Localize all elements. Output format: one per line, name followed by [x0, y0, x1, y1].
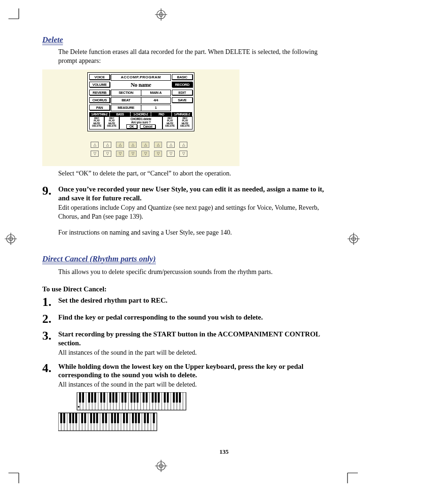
- svg-rect-61: [152, 392, 154, 403]
- panel-down-button: ▽: [167, 151, 175, 157]
- page-number: 135: [0, 448, 448, 456]
- lcd-left-chorus: CHORUS: [89, 97, 110, 103]
- svg-rect-114: [111, 413, 113, 423]
- section-title-direct-cancel: Direct Cancel (Rhythm parts only): [42, 254, 156, 264]
- lcd-section-label: SECTION: [111, 90, 141, 96]
- step-number: 4.: [42, 362, 58, 389]
- svg-rect-116: [117, 413, 119, 423]
- svg-rect-55: [124, 392, 126, 403]
- keyboard-svg: [58, 392, 190, 437]
- lcd-measure-label: MEASURE: [111, 105, 141, 111]
- lcd-title: ACCOMP.PROGRAM: [111, 74, 171, 81]
- lcd-bottom-row: RECPLAYMUTEDELETE RECPLAYMUTEDELETE CHOR…: [89, 116, 193, 129]
- lcd-right-record: RECORD: [172, 82, 193, 87]
- step-9-para1: Edit operations include Copy and Quantiz…: [58, 204, 324, 221]
- panel-up-button: △: [129, 142, 137, 148]
- svg-rect-67: [176, 392, 178, 403]
- panel-down-button: ▽: [179, 151, 187, 157]
- direct-cancel-subhead: To use Direct Cancel:: [42, 285, 324, 293]
- lcd-left-voice: VOICE: [89, 74, 110, 80]
- panel-up-button: △: [179, 142, 187, 148]
- svg-rect-122: [144, 413, 146, 423]
- svg-rect-117: [123, 413, 125, 423]
- step-9-bold: Once you’ve recorded your new User Style…: [58, 185, 324, 203]
- dc-step-4: 4. While holding down the lowest key on …: [42, 362, 324, 389]
- direct-cancel-intro: This allows you to delete specific drum/…: [58, 268, 324, 277]
- svg-rect-59: [143, 392, 145, 403]
- svg-rect-57: [133, 392, 135, 403]
- svg-rect-51: [109, 392, 111, 403]
- svg-rect-115: [114, 413, 116, 423]
- lcd-part-col: RECPLAYMUTEDELETE: [89, 116, 104, 129]
- svg-rect-109: [90, 413, 92, 423]
- svg-rect-120: [135, 413, 137, 423]
- svg-rect-47: [91, 392, 93, 403]
- svg-rect-119: [132, 413, 134, 423]
- lcd-part-col: RECPLAYMUTEDELETE: [104, 116, 119, 129]
- lcd-right-edit: EDIT: [172, 90, 193, 95]
- lcd-screen: VOICE ACCOMP.PROGRAM BASIC VOLUME No nam…: [87, 72, 194, 131]
- svg-rect-49: [100, 392, 102, 403]
- dc-step-3-reg: All instances of the sound in the part w…: [58, 349, 324, 358]
- lcd-prompt-line2: Are you sure ?: [120, 121, 162, 124]
- svg-rect-121: [138, 413, 140, 423]
- svg-rect-105: [72, 413, 74, 423]
- step-number: 3.: [42, 330, 58, 357]
- svg-point-125: [78, 406, 80, 408]
- svg-rect-118: [126, 413, 128, 423]
- svg-rect-108: [84, 413, 86, 423]
- lcd-measure-value: 1: [141, 105, 171, 111]
- dc-step-4-bold: While holding down the lowest key on the…: [58, 362, 324, 380]
- lcd-tab: PAD: [151, 112, 172, 116]
- svg-rect-124: [153, 413, 155, 423]
- panel-down-button: ▽: [141, 151, 149, 157]
- delete-caption: Select “OK” to delete the part, or “Canc…: [58, 170, 324, 177]
- keyboard-figure: [58, 392, 324, 439]
- lcd-prompt: CHORD1 delete Are you sure ? OK Cancel: [119, 116, 162, 129]
- svg-rect-123: [147, 413, 149, 423]
- panel-down-button: ▽: [91, 151, 99, 157]
- svg-rect-53: [116, 392, 117, 403]
- step-number: 1.: [42, 296, 58, 308]
- panel-up-button: △: [141, 142, 149, 148]
- panel-up-button: △: [91, 142, 99, 148]
- lcd-right-basic: BASIC: [172, 74, 193, 80]
- panel-down-button: ▽: [154, 151, 162, 157]
- physical-buttons: △ △ △ △ △ △ △ △ ▽ ▽ ▽ ▽ ▽ ▽ ▽ ▽: [91, 142, 191, 157]
- delete-intro: The Delete function erases all data reco…: [58, 48, 324, 66]
- lcd-part-col: RECPLAYMUTEDELETE: [178, 116, 193, 129]
- step-number: 9.: [42, 185, 58, 237]
- svg-rect-113: [105, 413, 107, 423]
- svg-rect-68: [179, 392, 181, 403]
- svg-rect-102: [60, 413, 62, 423]
- lcd-prompt-line1: CHORD1 delete: [120, 117, 162, 121]
- panel-down-button: ▽: [129, 151, 137, 157]
- lcd-style-name: No name: [111, 82, 171, 89]
- svg-rect-54: [122, 392, 124, 403]
- panel-up-button: △: [103, 142, 111, 148]
- svg-rect-48: [94, 392, 96, 403]
- dc-step-4-reg: All instances of the sound in the part w…: [58, 381, 324, 389]
- lcd-figure: VOICE ACCOMP.PROGRAM BASIC VOLUME No nam…: [42, 69, 239, 166]
- lcd-beat-value: 4/4: [141, 97, 171, 104]
- lcd-part-col: RECPLAYMUTEDELETE: [162, 116, 178, 129]
- panel-down-button: ▽: [103, 151, 111, 157]
- svg-rect-58: [137, 392, 139, 403]
- svg-rect-111: [96, 413, 98, 423]
- lcd-beat-label: BEAT: [111, 97, 141, 104]
- lcd-right-save: SAVE: [172, 97, 193, 103]
- dc-step-2: 2. Find the key or pedal corresponding t…: [42, 313, 324, 325]
- dc-step-1: 1. Set the desired rhythm part to REC.: [42, 296, 324, 308]
- lcd-tab: 1-CHORD-2: [131, 112, 151, 116]
- lcd-left-pan: PAN: [89, 105, 110, 110]
- step-9: 9. Once you’ve recorded your new User St…: [42, 185, 324, 237]
- lcd-cancel: Cancel: [140, 124, 156, 129]
- svg-rect-50: [103, 392, 105, 403]
- svg-rect-44: [79, 392, 81, 403]
- panel-up-button: △: [154, 142, 162, 148]
- panel-down-button: ▽: [116, 151, 124, 157]
- lcd-tab: 1-PHRASE-2: [172, 112, 193, 116]
- dc-step-2-bold: Find the key or pedal corresponding to t…: [58, 313, 324, 322]
- step-number: 2.: [42, 313, 58, 325]
- svg-rect-110: [93, 413, 95, 423]
